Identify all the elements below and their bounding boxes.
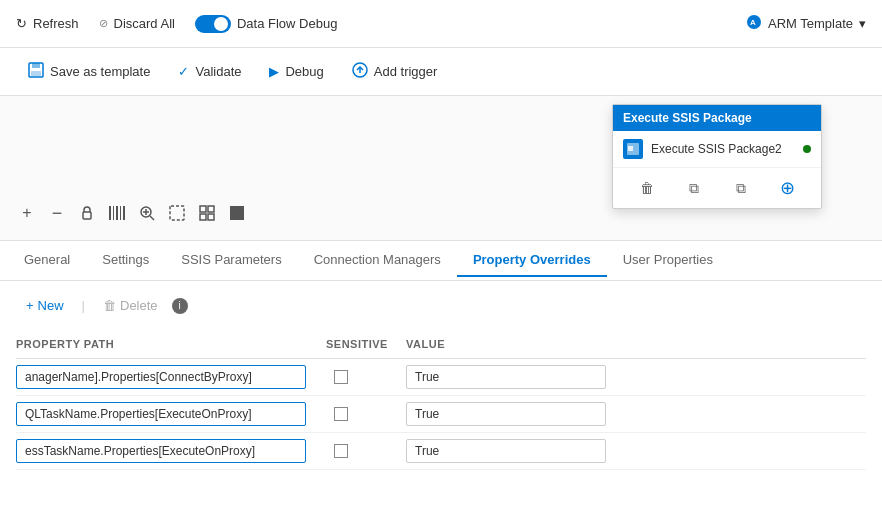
svg-rect-20 [208, 206, 214, 212]
zoom-canvas-icon[interactable] [136, 202, 158, 224]
svg-rect-10 [113, 206, 114, 220]
svg-rect-12 [120, 206, 121, 220]
table-row [16, 359, 866, 396]
minus-canvas-icon[interactable]: − [46, 202, 68, 224]
property-table: PROPERTY PATH SENSITIVE VALUE [16, 334, 866, 470]
property-cell-1 [16, 365, 326, 389]
value-cell-2 [406, 402, 866, 426]
svg-rect-4 [31, 71, 41, 76]
sensitive-checkbox-3[interactable] [334, 444, 348, 458]
discard-label: Discard All [114, 16, 175, 31]
delete-icon: 🗑 [103, 298, 116, 313]
sensitive-cell-3 [326, 444, 406, 458]
toolbar: Save as template ✓ Validate ▶ Debug Add … [0, 48, 882, 96]
ssis-copy-icon[interactable]: ⧉ [680, 174, 708, 202]
ssis-status-dot [803, 145, 811, 153]
action-bar: + New | 🗑 Delete i [16, 293, 866, 318]
ssis-popup-actions: 🗑 ⧉ ⧉ ⊕ [613, 168, 821, 208]
add-canvas-icon[interactable]: + [16, 202, 38, 224]
save-template-icon [28, 62, 44, 81]
debug-label: Data Flow Debug [237, 16, 337, 31]
canvas-toolbar: + − [0, 194, 264, 232]
info-icon[interactable]: i [172, 298, 188, 314]
validate-icon: ✓ [178, 64, 189, 79]
tab-ssis-parameters[interactable]: SSIS Parameters [165, 244, 297, 277]
property-input-3[interactable] [16, 439, 306, 463]
content-area: + New | 🗑 Delete i PROPERTY PATH SENSITI… [0, 281, 882, 482]
arm-template-chevron-icon: ▾ [859, 16, 866, 31]
ssis-arrow-icon[interactable]: ⊕ [774, 174, 802, 202]
ssis-popup: Execute SSIS Package Execute SSIS Packag… [612, 104, 822, 209]
tab-settings[interactable]: Settings [86, 244, 165, 277]
arm-template-label: ARM Template [768, 16, 853, 31]
add-trigger-label: Add trigger [374, 64, 438, 79]
ssis-delete-icon[interactable]: 🗑 [633, 174, 661, 202]
save-template-button[interactable]: Save as template [16, 56, 162, 87]
new-label: New [38, 298, 64, 313]
toggle-switch[interactable] [195, 15, 231, 33]
add-trigger-button[interactable]: Add trigger [340, 56, 450, 87]
svg-rect-13 [123, 206, 125, 220]
tab-property-overrides[interactable]: Property Overrides [457, 244, 607, 277]
svg-rect-21 [200, 214, 206, 220]
sensitive-cell-2 [326, 407, 406, 421]
svg-line-15 [150, 216, 154, 220]
refresh-button[interactable]: ↻ Refresh [16, 16, 79, 31]
table-row [16, 433, 866, 470]
ssis-popup-item-label: Execute SSIS Package2 [651, 142, 782, 156]
svg-rect-23 [230, 206, 244, 220]
validate-button[interactable]: ✓ Validate [166, 58, 253, 85]
top-bar: ↻ Refresh ⊘ Discard All Data Flow Debug … [0, 0, 882, 48]
refresh-label: Refresh [33, 16, 79, 31]
property-cell-3 [16, 439, 326, 463]
arm-template-button[interactable]: A ARM Template ▾ [746, 14, 866, 33]
col-value-header: VALUE [406, 338, 866, 350]
save-template-label: Save as template [50, 64, 150, 79]
data-flow-debug-toggle[interactable]: Data Flow Debug [195, 15, 337, 33]
action-separator: | [78, 298, 89, 313]
svg-rect-11 [116, 206, 118, 220]
canvas-area: Execute SSIS Package Execute SSIS Packag… [0, 96, 882, 241]
select-canvas-icon[interactable] [166, 202, 188, 224]
debug-button[interactable]: ▶ Debug [257, 58, 335, 85]
value-input-3[interactable] [406, 439, 606, 463]
col-property-header: PROPERTY PATH [16, 338, 326, 350]
tab-connection-managers[interactable]: Connection Managers [298, 244, 457, 277]
discard-all-button[interactable]: ⊘ Discard All [99, 16, 175, 31]
square-canvas-icon[interactable] [226, 202, 248, 224]
value-cell-1 [406, 365, 866, 389]
sensitive-cell-1 [326, 370, 406, 384]
delete-label: Delete [120, 298, 158, 313]
property-cell-2 [16, 402, 326, 426]
svg-rect-19 [200, 206, 206, 212]
table-row [16, 396, 866, 433]
sensitive-checkbox-2[interactable] [334, 407, 348, 421]
table-header: PROPERTY PATH SENSITIVE VALUE [16, 334, 866, 359]
lock-canvas-icon[interactable] [76, 202, 98, 224]
grid-canvas-icon[interactable] [196, 202, 218, 224]
tab-user-properties[interactable]: User Properties [607, 244, 729, 277]
svg-rect-9 [109, 206, 111, 220]
property-input-2[interactable] [16, 402, 306, 426]
ssis-popup-item[interactable]: Execute SSIS Package2 [613, 131, 821, 168]
svg-text:A: A [750, 18, 756, 27]
barcode-canvas-icon[interactable] [106, 202, 128, 224]
ssis-item-icon [623, 139, 643, 159]
value-cell-3 [406, 439, 866, 463]
tab-general[interactable]: General [8, 244, 86, 277]
delete-button[interactable]: 🗑 Delete [93, 293, 168, 318]
ssis-duplicate-icon[interactable]: ⧉ [727, 174, 755, 202]
add-trigger-icon [352, 62, 368, 81]
new-button[interactable]: + New [16, 293, 74, 318]
value-input-2[interactable] [406, 402, 606, 426]
ssis-popup-header: Execute SSIS Package [613, 105, 821, 131]
sensitive-checkbox-1[interactable] [334, 370, 348, 384]
svg-rect-3 [32, 63, 40, 68]
debug-label: Debug [285, 64, 323, 79]
validate-label: Validate [195, 64, 241, 79]
value-input-1[interactable] [406, 365, 606, 389]
debug-icon: ▶ [269, 64, 279, 79]
refresh-icon: ↻ [16, 16, 27, 31]
property-input-1[interactable] [16, 365, 306, 389]
svg-rect-8 [83, 212, 91, 219]
